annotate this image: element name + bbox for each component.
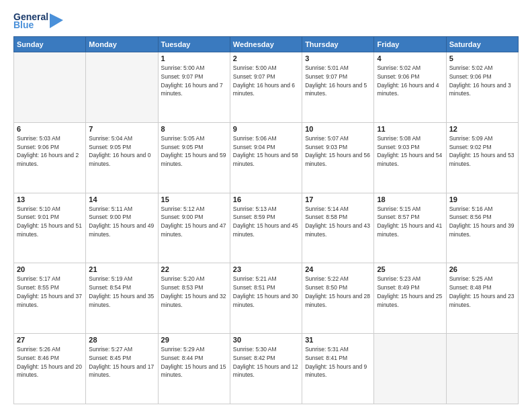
day-info: Sunrise: 5:00 AMSunset: 9:07 PMDaylight:… bbox=[161, 64, 227, 98]
calendar-cell: 22Sunrise: 5:20 AMSunset: 8:53 PMDayligh… bbox=[158, 263, 230, 334]
logo: General Blue bbox=[13, 12, 63, 30]
calendar-cell: 23Sunrise: 5:21 AMSunset: 8:51 PMDayligh… bbox=[230, 263, 302, 334]
day-number: 18 bbox=[377, 195, 443, 203]
day-info: Sunrise: 5:08 AMSunset: 9:03 PMDaylight:… bbox=[377, 134, 443, 169]
day-info: Sunrise: 5:13 AMSunset: 8:59 PMDaylight:… bbox=[233, 205, 299, 239]
day-info: Sunrise: 5:04 AMSunset: 9:05 PMDaylight:… bbox=[89, 134, 154, 169]
day-info: Sunrise: 5:27 AMSunset: 8:45 PMDaylight:… bbox=[89, 345, 154, 379]
day-info: Sunrise: 5:02 AMSunset: 9:06 PMDaylight:… bbox=[377, 64, 443, 98]
weekday-header: Sunday bbox=[14, 37, 86, 52]
day-info: Sunrise: 5:11 AMSunset: 9:00 PMDaylight:… bbox=[89, 205, 154, 239]
calendar-cell: 30Sunrise: 5:30 AMSunset: 8:42 PMDayligh… bbox=[230, 334, 302, 404]
day-number: 21 bbox=[89, 265, 154, 273]
day-number: 29 bbox=[161, 336, 227, 344]
calendar-cell: 1Sunrise: 5:00 AMSunset: 9:07 PMDaylight… bbox=[158, 52, 230, 123]
calendar-cell: 19Sunrise: 5:16 AMSunset: 8:56 PMDayligh… bbox=[446, 193, 518, 263]
day-info: Sunrise: 5:05 AMSunset: 9:05 PMDaylight:… bbox=[161, 134, 227, 169]
calendar-cell: 25Sunrise: 5:23 AMSunset: 8:49 PMDayligh… bbox=[374, 263, 446, 334]
day-info: Sunrise: 5:25 AMSunset: 8:48 PMDaylight:… bbox=[449, 275, 515, 309]
day-number: 17 bbox=[305, 195, 371, 203]
calendar-header-row: SundayMondayTuesdayWednesdayThursdayFrid… bbox=[14, 37, 519, 52]
calendar-week-row: 1Sunrise: 5:00 AMSunset: 9:07 PMDaylight… bbox=[14, 52, 519, 123]
day-number: 3 bbox=[305, 54, 371, 62]
day-info: Sunrise: 5:16 AMSunset: 8:56 PMDaylight:… bbox=[449, 205, 515, 239]
day-number: 31 bbox=[305, 336, 371, 344]
day-info: Sunrise: 5:19 AMSunset: 8:54 PMDaylight:… bbox=[89, 275, 154, 309]
calendar-cell: 27Sunrise: 5:26 AMSunset: 8:46 PMDayligh… bbox=[14, 334, 86, 404]
weekday-header: Monday bbox=[86, 37, 158, 52]
calendar-cell: 24Sunrise: 5:22 AMSunset: 8:50 PMDayligh… bbox=[302, 263, 374, 334]
calendar-cell: 5Sunrise: 5:02 AMSunset: 9:06 PMDaylight… bbox=[446, 52, 518, 123]
day-number: 13 bbox=[17, 195, 83, 203]
day-number: 26 bbox=[449, 265, 515, 273]
logo-icon bbox=[50, 13, 63, 28]
calendar-cell: 12Sunrise: 5:09 AMSunset: 9:02 PMDayligh… bbox=[446, 122, 518, 193]
calendar-cell: 21Sunrise: 5:19 AMSunset: 8:54 PMDayligh… bbox=[86, 263, 158, 334]
weekday-header: Friday bbox=[374, 37, 446, 52]
day-number: 6 bbox=[17, 125, 83, 133]
calendar-cell bbox=[446, 334, 518, 404]
day-info: Sunrise: 5:10 AMSunset: 9:01 PMDaylight:… bbox=[17, 205, 83, 239]
calendar-cell: 9Sunrise: 5:06 AMSunset: 9:04 PMDaylight… bbox=[230, 122, 302, 193]
day-info: Sunrise: 5:14 AMSunset: 8:58 PMDaylight:… bbox=[305, 205, 371, 239]
day-info: Sunrise: 5:22 AMSunset: 8:50 PMDaylight:… bbox=[305, 275, 371, 309]
day-number: 16 bbox=[233, 195, 299, 203]
calendar-week-row: 20Sunrise: 5:17 AMSunset: 8:55 PMDayligh… bbox=[14, 263, 519, 334]
day-info: Sunrise: 5:09 AMSunset: 9:02 PMDaylight:… bbox=[449, 134, 515, 169]
day-number: 23 bbox=[233, 265, 299, 273]
day-info: Sunrise: 5:26 AMSunset: 8:46 PMDaylight:… bbox=[17, 345, 83, 379]
day-info: Sunrise: 5:21 AMSunset: 8:51 PMDaylight:… bbox=[233, 275, 299, 309]
calendar-cell: 6Sunrise: 5:03 AMSunset: 9:06 PMDaylight… bbox=[14, 122, 86, 193]
page: General Blue SundayMondayTuesdayWednesda… bbox=[0, 0, 532, 411]
day-info: Sunrise: 5:07 AMSunset: 9:03 PMDaylight:… bbox=[305, 134, 371, 169]
calendar-cell: 4Sunrise: 5:02 AMSunset: 9:06 PMDaylight… bbox=[374, 52, 446, 123]
day-number: 22 bbox=[161, 265, 227, 273]
calendar-cell: 8Sunrise: 5:05 AMSunset: 9:05 PMDaylight… bbox=[158, 122, 230, 193]
calendar-cell bbox=[14, 52, 86, 123]
day-number: 7 bbox=[89, 125, 154, 133]
day-info: Sunrise: 5:06 AMSunset: 9:04 PMDaylight:… bbox=[233, 134, 299, 169]
calendar-cell: 16Sunrise: 5:13 AMSunset: 8:59 PMDayligh… bbox=[230, 193, 302, 263]
day-info: Sunrise: 5:23 AMSunset: 8:49 PMDaylight:… bbox=[377, 275, 443, 309]
day-number: 8 bbox=[161, 125, 227, 133]
calendar-cell bbox=[86, 52, 158, 123]
day-number: 4 bbox=[377, 54, 443, 62]
calendar-cell: 15Sunrise: 5:12 AMSunset: 9:00 PMDayligh… bbox=[158, 193, 230, 263]
calendar-cell bbox=[374, 334, 446, 404]
calendar-cell: 13Sunrise: 5:10 AMSunset: 9:01 PMDayligh… bbox=[14, 193, 86, 263]
day-number: 27 bbox=[17, 336, 83, 344]
day-info: Sunrise: 5:17 AMSunset: 8:55 PMDaylight:… bbox=[17, 275, 83, 309]
day-number: 25 bbox=[377, 265, 443, 273]
day-number: 2 bbox=[233, 54, 299, 62]
day-number: 28 bbox=[89, 336, 154, 344]
day-number: 14 bbox=[89, 195, 154, 203]
calendar-cell: 3Sunrise: 5:01 AMSunset: 9:07 PMDaylight… bbox=[302, 52, 374, 123]
day-info: Sunrise: 5:31 AMSunset: 8:41 PMDaylight:… bbox=[305, 345, 371, 379]
weekday-header: Tuesday bbox=[158, 37, 230, 52]
calendar-cell: 28Sunrise: 5:27 AMSunset: 8:45 PMDayligh… bbox=[86, 334, 158, 404]
calendar-cell: 20Sunrise: 5:17 AMSunset: 8:55 PMDayligh… bbox=[14, 263, 86, 334]
day-info: Sunrise: 5:29 AMSunset: 8:44 PMDaylight:… bbox=[161, 345, 227, 379]
day-info: Sunrise: 5:01 AMSunset: 9:07 PMDaylight:… bbox=[305, 64, 371, 98]
day-number: 30 bbox=[233, 336, 299, 344]
calendar-week-row: 6Sunrise: 5:03 AMSunset: 9:06 PMDaylight… bbox=[14, 122, 519, 193]
calendar: SundayMondayTuesdayWednesdayThursdayFrid… bbox=[13, 36, 519, 404]
day-number: 5 bbox=[449, 54, 515, 62]
calendar-cell: 7Sunrise: 5:04 AMSunset: 9:05 PMDaylight… bbox=[86, 122, 158, 193]
day-number: 20 bbox=[17, 265, 83, 273]
header: General Blue bbox=[13, 12, 519, 30]
day-number: 24 bbox=[305, 265, 371, 273]
day-info: Sunrise: 5:00 AMSunset: 9:07 PMDaylight:… bbox=[233, 64, 299, 98]
calendar-cell: 29Sunrise: 5:29 AMSunset: 8:44 PMDayligh… bbox=[158, 334, 230, 404]
calendar-cell: 2Sunrise: 5:00 AMSunset: 9:07 PMDaylight… bbox=[230, 52, 302, 123]
calendar-cell: 14Sunrise: 5:11 AMSunset: 9:00 PMDayligh… bbox=[86, 193, 158, 263]
weekday-header: Saturday bbox=[446, 37, 518, 52]
day-info: Sunrise: 5:12 AMSunset: 9:00 PMDaylight:… bbox=[161, 205, 227, 239]
calendar-cell: 17Sunrise: 5:14 AMSunset: 8:58 PMDayligh… bbox=[302, 193, 374, 263]
day-info: Sunrise: 5:02 AMSunset: 9:06 PMDaylight:… bbox=[449, 64, 515, 98]
day-info: Sunrise: 5:15 AMSunset: 8:57 PMDaylight:… bbox=[377, 205, 443, 239]
calendar-cell: 10Sunrise: 5:07 AMSunset: 9:03 PMDayligh… bbox=[302, 122, 374, 193]
day-info: Sunrise: 5:03 AMSunset: 9:06 PMDaylight:… bbox=[17, 134, 83, 169]
day-number: 15 bbox=[161, 195, 227, 203]
weekday-header: Thursday bbox=[302, 37, 374, 52]
